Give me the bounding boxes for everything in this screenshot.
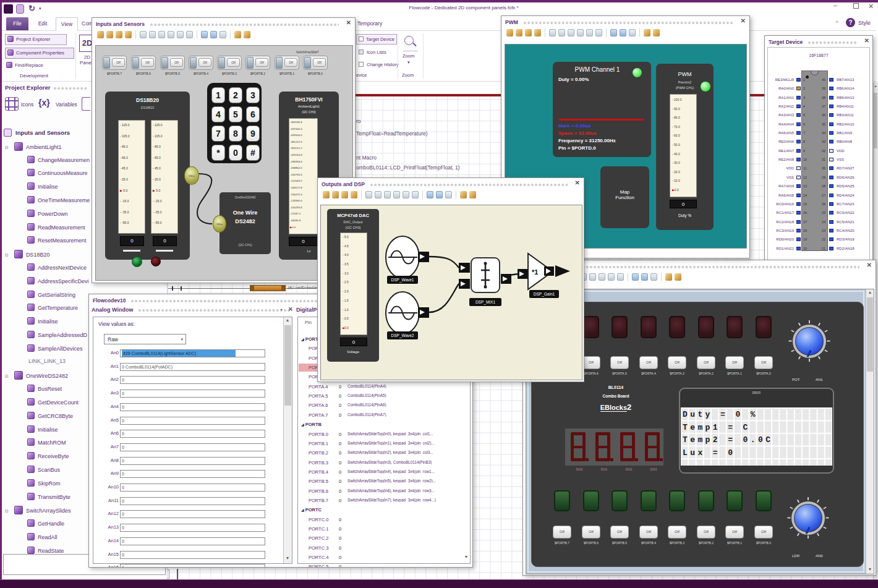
svg-text:*1: *1 bbox=[532, 268, 538, 276]
svg-text:DSP_Gain1: DSP_Gain1 bbox=[534, 292, 555, 297]
svg-text:DSP_Wave2: DSP_Wave2 bbox=[391, 333, 414, 338]
svg-text:DSP_Wave1: DSP_Wave1 bbox=[391, 278, 414, 283]
svg-text:DSP_MIX1: DSP_MIX1 bbox=[475, 300, 496, 305]
